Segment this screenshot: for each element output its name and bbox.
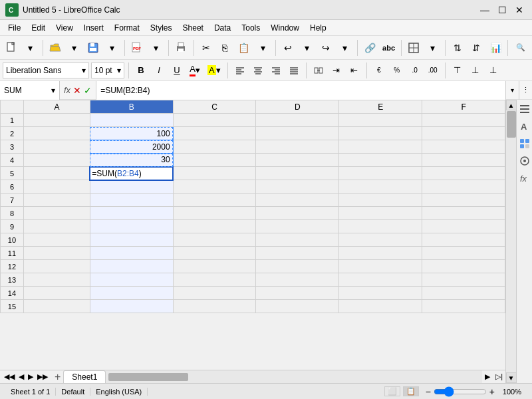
fx-icon[interactable]: fx <box>64 85 70 95</box>
menu-tools[interactable]: Tools <box>236 22 265 34</box>
cell-a2[interactable] <box>23 127 90 140</box>
open-dropdown[interactable]: ▾ <box>66 39 84 57</box>
horizontal-scrollbar[interactable] <box>106 370 482 384</box>
font-size-selector[interactable]: 10 pt ▾ <box>91 63 124 78</box>
cell-d2[interactable] <box>256 127 339 140</box>
zoom-level-display[interactable]: 100% <box>497 388 521 396</box>
align-left-button[interactable] <box>232 63 248 78</box>
sidebar-navigator-icon[interactable] <box>518 154 531 168</box>
cell-d3[interactable] <box>256 140 339 154</box>
formula-input[interactable] <box>96 81 505 100</box>
cell-a4[interactable] <box>23 154 90 167</box>
col-header-c[interactable]: C <box>173 100 256 114</box>
print-button[interactable] <box>172 39 190 57</box>
add-sheet-button[interactable]: + <box>52 372 63 382</box>
cell-b7[interactable] <box>90 194 173 207</box>
cell-a8[interactable] <box>23 207 90 220</box>
hscroll-right[interactable]: ▶ <box>482 372 493 381</box>
sort-asc-button[interactable]: ⇅ <box>449 39 467 57</box>
sheet-first-button[interactable]: ◀◀ <box>3 372 16 381</box>
zoom-slider[interactable] <box>434 388 487 396</box>
remove-decimal-button[interactable]: .00 <box>425 63 441 78</box>
redo-button[interactable]: ↪ <box>317 39 335 57</box>
col-header-b[interactable]: B <box>90 100 173 114</box>
cell-b2[interactable]: 100 <box>90 127 173 140</box>
valign-bottom-button[interactable]: ⊥ <box>485 63 501 78</box>
menu-sheet[interactable]: Sheet <box>178 22 209 34</box>
copy-button[interactable]: ⎘ <box>216 39 234 57</box>
chart-button[interactable]: 📊 <box>487 39 505 57</box>
cell-b1[interactable] <box>90 114 173 127</box>
cell-f1[interactable] <box>422 114 505 127</box>
cell-a1[interactable] <box>23 114 90 127</box>
zoom-button[interactable]: 🔍 <box>511 39 529 57</box>
cell-b3[interactable]: 2000 <box>90 140 173 154</box>
col-header-f[interactable]: F <box>422 100 505 114</box>
paste-button[interactable]: 📋 <box>235 39 253 57</box>
menu-edit[interactable]: Edit <box>26 22 51 34</box>
minimize-button[interactable]: — <box>477 3 492 17</box>
font-color-button[interactable]: A▾ <box>187 63 203 78</box>
vscroll-track[interactable] <box>506 110 516 372</box>
align-center-button[interactable] <box>250 63 266 78</box>
cell-b10[interactable] <box>90 233 173 247</box>
formula-display-icon[interactable]: 📋 <box>403 386 419 396</box>
indent-button[interactable]: ⇥ <box>329 63 344 78</box>
cell-e5[interactable] <box>339 167 422 180</box>
percent-button[interactable]: % <box>389 63 405 78</box>
save-button[interactable] <box>84 39 102 57</box>
font-name-dropdown-icon[interactable]: ▾ <box>82 66 86 75</box>
cell-e4[interactable] <box>339 154 422 167</box>
zoom-plus-button[interactable]: + <box>489 386 495 397</box>
menu-help[interactable]: Help <box>305 22 332 34</box>
menu-view[interactable]: View <box>51 22 78 34</box>
merge-cells-button[interactable] <box>311 63 327 78</box>
align-right-button[interactable] <box>268 63 284 78</box>
menu-insert[interactable]: Insert <box>78 22 109 34</box>
underline-button[interactable]: U <box>169 63 185 78</box>
cell-b6[interactable] <box>90 180 173 194</box>
cell-d1[interactable] <box>256 114 339 127</box>
cell-f5[interactable] <box>422 167 505 180</box>
hyperlink-button[interactable]: 🔗 <box>361 39 379 57</box>
cell-d5[interactable] <box>256 167 339 180</box>
menu-window[interactable]: Window <box>265 22 305 34</box>
sidebar-styles-icon[interactable]: A <box>518 120 531 133</box>
vertical-scrollbar[interactable]: ▲ ▼ <box>505 100 516 383</box>
zoom-minus-button[interactable]: − <box>426 386 431 397</box>
font-size-dropdown-icon[interactable]: ▾ <box>117 66 121 75</box>
new-dropdown[interactable]: ▾ <box>22 39 40 57</box>
cell-e2[interactable] <box>339 127 422 140</box>
hscroll-expand[interactable]: ▷| <box>493 372 505 381</box>
sheet-last-button[interactable]: ▶▶ <box>36 372 49 381</box>
redo-dropdown[interactable]: ▾ <box>336 39 354 57</box>
borders-dropdown[interactable]: ▾ <box>424 39 442 57</box>
cell-b5[interactable]: =SUM(B2:B4) <box>90 167 173 180</box>
bold-button[interactable]: B <box>133 63 149 78</box>
grid-scroll[interactable]: A B C D E F 1 <box>0 100 505 370</box>
col-header-d[interactable]: D <box>256 100 339 114</box>
cell-a5[interactable] <box>23 167 90 180</box>
name-box[interactable]: SUM ▾ <box>0 81 60 100</box>
borders-button[interactable] <box>405 39 423 57</box>
cell-c4[interactable] <box>173 154 256 167</box>
standard-selection-icon[interactable]: ⬜ <box>384 386 400 396</box>
menu-file[interactable]: File <box>3 22 26 34</box>
cell-a9[interactable] <box>23 220 90 233</box>
sheet-next-button[interactable]: ▶ <box>27 372 35 381</box>
col-header-e[interactable]: E <box>339 100 422 114</box>
paste-dropdown[interactable]: ▾ <box>254 39 272 57</box>
highlight-color-button[interactable]: A▾ <box>205 63 223 78</box>
cell-b8[interactable] <box>90 207 173 220</box>
cell-e3[interactable] <box>339 140 422 154</box>
cell-a3[interactable] <box>23 140 90 154</box>
cell-c1[interactable] <box>173 114 256 127</box>
hscroll-thumb[interactable] <box>108 373 188 381</box>
add-decimal-button[interactable]: .0 <box>407 63 423 78</box>
vscroll-thumb[interactable] <box>507 111 516 138</box>
cell-a7[interactable] <box>23 194 90 207</box>
cancel-formula-button[interactable]: ✕ <box>73 85 81 96</box>
save-dropdown[interactable]: ▾ <box>104 39 122 57</box>
cell-c3[interactable] <box>173 140 256 154</box>
vscroll-down[interactable]: ▼ <box>506 372 517 383</box>
